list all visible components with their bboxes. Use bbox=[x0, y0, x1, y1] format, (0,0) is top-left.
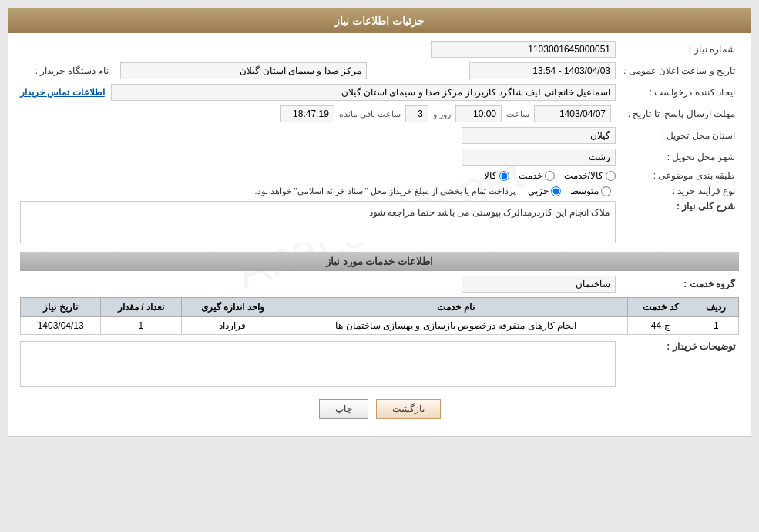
process-label: نوع فرآیند خرید : bbox=[616, 186, 739, 196]
category-label: طبقه بندی موضوعی : bbox=[616, 170, 739, 181]
buyer-station-value: مرکز صدا و سیمای استان گیلان bbox=[120, 62, 367, 79]
col-unit: واحد اندازه گیری bbox=[181, 298, 284, 317]
col-service-code: کد خدمت bbox=[628, 298, 694, 317]
announce-date-value: 1403/04/03 - 13:54 bbox=[469, 62, 616, 79]
radio-jozii[interactable]: جزیی bbox=[528, 186, 561, 196]
radio-motavasset-label: متوسط bbox=[570, 186, 599, 196]
header-title-text: جزئیات اطلاعات نیاز bbox=[334, 15, 425, 27]
radio-kala-label: کالا bbox=[484, 170, 497, 181]
delivery-province-label: استان محل تحویل : bbox=[616, 130, 739, 141]
radio-kala-khadamat[interactable]: کالا/خدمت bbox=[564, 170, 616, 181]
col-quantity: تعداد / مقدار bbox=[101, 298, 181, 317]
response-days-label: روز و bbox=[433, 109, 451, 119]
buyer-notes-textarea[interactable] bbox=[20, 341, 616, 387]
description-textarea[interactable] bbox=[20, 201, 616, 243]
service-group-value: ساختمان bbox=[462, 276, 616, 293]
delivery-province-value: گیلان bbox=[462, 127, 616, 144]
cell-service_name: انجام کارهای متفرقه درخصوص بازسازی و بهس… bbox=[284, 317, 628, 335]
radio-kala[interactable]: کالا bbox=[484, 170, 509, 181]
response-time-value: 10:00 bbox=[455, 105, 502, 122]
response-time-label: ساعت bbox=[506, 109, 529, 119]
col-service-name: نام خدمت bbox=[284, 298, 628, 317]
service-group-label: گروه خدمت : bbox=[616, 279, 739, 289]
process-radio-group: متوسط جزیی bbox=[528, 186, 611, 196]
delivery-city-label: شهر محل تحویل : bbox=[616, 152, 739, 162]
print-button[interactable]: چاپ bbox=[319, 399, 368, 419]
services-section-title: اطلاعات خدمات مورد نیاز bbox=[20, 252, 739, 271]
radio-motavasset[interactable]: متوسط bbox=[570, 186, 611, 196]
back-button[interactable]: بازگشت bbox=[376, 399, 441, 419]
radio-khadamat[interactable]: خدمت bbox=[519, 170, 555, 181]
col-need-date: تاریخ نیاز bbox=[21, 298, 101, 317]
radio-jozii-label: جزیی bbox=[528, 186, 549, 196]
radio-kala-khadamat-label: کالا/خدمت bbox=[564, 170, 603, 181]
description-label: شرح کلی نیاز : bbox=[616, 201, 739, 212]
cell-unit: قرارداد bbox=[181, 317, 284, 335]
response-days-value: 3 bbox=[405, 105, 428, 122]
cell-quantity: 1 bbox=[101, 317, 181, 335]
contact-link[interactable]: اطلاعات تماس خریدار bbox=[20, 87, 105, 98]
requester-value: اسماعیل خانجانی لیف شاگرد کاربرداز مرکز … bbox=[111, 84, 616, 101]
response-remaining-value: 18:47:19 bbox=[280, 105, 334, 122]
response-date-value: 1403/04/07 bbox=[534, 105, 611, 122]
cell-need_date: 1403/04/13 bbox=[21, 317, 101, 335]
radio-khadamat-label: خدمت bbox=[519, 170, 542, 181]
buyer-station-label: نام دستگاه خریدار : bbox=[20, 65, 113, 76]
panel-title: جزئیات اطلاعات نیاز bbox=[8, 8, 751, 33]
cell-row_num: 1 bbox=[694, 317, 738, 335]
process-note: پرداخت تمام یا بخشی از مبلغ خریداز محل "… bbox=[254, 186, 516, 196]
delivery-city-value: رشت bbox=[462, 149, 616, 166]
response-remaining-label: ساعت باقی مانده bbox=[339, 109, 401, 119]
response-deadline-label: مهلت ارسال پاسخ: تا تاریخ : bbox=[616, 109, 739, 119]
table-row: 1ج-44انجام کارهای متفرقه درخصوص بازسازی … bbox=[21, 317, 739, 335]
button-row: بازگشت چاپ bbox=[20, 399, 739, 419]
cell-service_code: ج-44 bbox=[628, 317, 694, 335]
requester-label: ایجاد کننده درخواست : bbox=[616, 87, 739, 98]
need-number-label: شماره نیاز : bbox=[616, 44, 739, 55]
announce-date-label: تاریخ و ساعت اعلان عمومی : bbox=[623, 65, 739, 76]
buyer-notes-label: توضیحات خریدار : bbox=[616, 341, 739, 352]
need-number-value: 1103001645000051 bbox=[431, 41, 616, 58]
category-radio-group: کالا/خدمت خدمت کالا bbox=[484, 170, 616, 181]
services-table: ردیف کد خدمت نام خدمت واحد اندازه گیری ت… bbox=[20, 297, 739, 335]
col-row-num: ردیف bbox=[694, 298, 738, 317]
